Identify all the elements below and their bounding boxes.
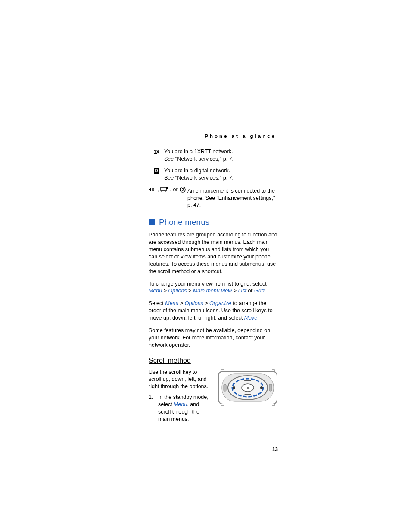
network-digital-icon: D [149,167,164,174]
subsection-heading: Scroll method [149,357,278,364]
paragraph: Use the scroll key to scroll up, down, l… [149,369,210,391]
svg-rect-15 [224,384,226,391]
indicator-text: You are in a 1XRTT network. See "Network… [164,148,278,163]
hearing-aid-icon [180,187,186,193]
main-menu-view-link: Main menu view [193,288,232,294]
svg-rect-13 [244,380,251,381]
move-link: Move [244,315,258,321]
heading-text: Phone menus [159,218,209,227]
organize-link: Organize [209,300,231,306]
running-header: Phone at a glance [149,134,278,139]
page-number: 13 [272,446,278,452]
scroll-key-illustration: OK [218,369,278,408]
paragraph: Some features may not be available, depe… [149,327,278,349]
ok-button-label: OK [246,386,250,389]
tty-icon [160,187,168,192]
grid-link: Grid [254,288,265,294]
svg-rect-0 [161,187,167,190]
options-link: Options [168,288,187,294]
indicator-row-1xrtt: 1X You are in a 1XRTT network. See "Netw… [149,148,278,163]
network-1x-icon: 1X [149,148,164,155]
svg-rect-16 [269,384,272,391]
options-link: Options [185,300,203,306]
svg-rect-1 [166,187,168,189]
indicator-row-enhancement: , , or An enhancement is connected to th… [149,186,278,209]
speaker-icon [149,187,156,192]
bullet-square-icon [149,219,155,225]
paragraph: Phone features are grouped according to … [149,231,278,275]
menu-link: Menu [174,401,187,408]
section-heading: Phone menus [149,218,278,227]
paragraph: To change your menu view from list to gr… [149,280,278,295]
paragraph: Select Menu > Options > Organize to arra… [149,300,278,322]
indicator-row-digital: D You are in a digital network. See "Net… [149,167,278,182]
scroll-method-row: Use the scroll key to scroll up, down, l… [149,369,278,423]
menu-link: Menu [149,288,162,294]
svg-rect-14 [244,394,251,395]
list-link: List [238,288,246,294]
list-item: 1. In the standby mode, select Menu, and… [149,394,210,423]
page-content: Phone at a glance 1X You are in a 1XRTT … [149,134,278,423]
svg-point-5 [180,187,185,192]
menu-link: Menu [165,300,178,306]
indicator-text: You are in a digital network. See "Netwo… [164,167,278,182]
svg-point-11 [233,386,235,389]
svg-point-12 [260,386,263,389]
